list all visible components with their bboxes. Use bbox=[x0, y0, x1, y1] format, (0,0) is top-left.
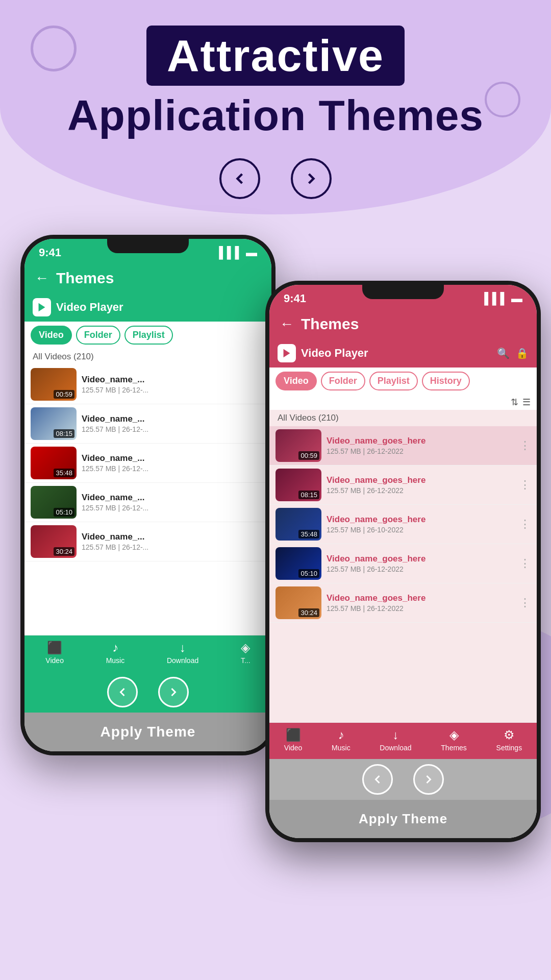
video-name-5-front: Video_name_goes_here bbox=[327, 593, 516, 603]
video-info-5-back: Video_name_... 125.57 MB | 26-12-... bbox=[82, 532, 265, 551]
time-front: 9:41 bbox=[284, 292, 306, 305]
battery-front: ▬ bbox=[511, 292, 522, 305]
tab-history-front[interactable]: History bbox=[422, 372, 470, 390]
signal-battery-back: ▌▌▌ ▬ bbox=[219, 246, 257, 259]
video-duration-1-front: 00:59 bbox=[298, 451, 319, 460]
nav-music-icon-back: ♪ bbox=[112, 641, 118, 655]
grid-icon-front[interactable]: ☰ bbox=[522, 397, 531, 408]
prev-arrow-front[interactable] bbox=[362, 764, 393, 795]
video-item-5-front[interactable]: 30:24 Video_name_goes_here 125.57 MB | 2… bbox=[269, 583, 537, 623]
title-sub: Application Themes bbox=[0, 91, 551, 140]
time-back: 9:41 bbox=[39, 246, 61, 259]
all-videos-label-back: All Videos (210) bbox=[24, 349, 271, 365]
brand-icon-back bbox=[33, 298, 51, 316]
back-arrow-front[interactable]: ← bbox=[280, 316, 294, 332]
video-name-4-front: Video_name_goes_here bbox=[327, 554, 516, 564]
tab-folder-back[interactable]: Folder bbox=[76, 326, 120, 345]
video-info-5-front: Video_name_goes_here 125.57 MB | 26-12-2… bbox=[327, 593, 516, 612]
phone-front-screen: 9:41 ▌▌▌ ▬ ← Themes Video Player bbox=[269, 285, 537, 838]
battery-back: ▬ bbox=[246, 246, 257, 259]
video-name-1-back: Video_name_... bbox=[82, 375, 265, 385]
video-info-2-back: Video_name_... 125.57 MB | 26-12-... bbox=[82, 414, 265, 433]
next-arrow-front[interactable] bbox=[413, 764, 444, 795]
all-videos-label-front: All Videos (210) bbox=[269, 410, 537, 426]
nav-arrows-bottom-front bbox=[269, 759, 537, 800]
nav-download-label-front: Download bbox=[380, 744, 411, 752]
video-meta-2-front: 125.57 MB | 26-12-2022 bbox=[327, 486, 516, 495]
nav-video-front[interactable]: ⬛ Video bbox=[284, 728, 303, 752]
video-name-5-back: Video_name_... bbox=[82, 532, 265, 542]
video-meta-4-back: 125.57 MB | 26-12-... bbox=[82, 504, 265, 512]
search-icon-front[interactable]: 🔍 bbox=[497, 347, 510, 359]
prev-arrow-top[interactable] bbox=[219, 158, 260, 199]
video-list-back: 00:59 Video_name_... 125.57 MB | 26-12-.… bbox=[24, 365, 271, 635]
video-item-4-back[interactable]: 05:10 Video_name_... 125.57 MB | 26-12-.… bbox=[24, 483, 271, 522]
video-meta-2-back: 125.57 MB | 26-12-... bbox=[82, 425, 265, 433]
sort-row-front: ⇅ ☰ bbox=[269, 395, 537, 410]
nav-settings-front[interactable]: ⚙ Settings bbox=[496, 728, 522, 752]
nav-download-back[interactable]: ↓ Download bbox=[167, 641, 198, 665]
nav-music-label-front: Music bbox=[332, 744, 350, 752]
video-item-2-front[interactable]: 08:15 Video_name_goes_here 125.57 MB | 2… bbox=[269, 465, 537, 505]
nav-download-label-back: Download bbox=[167, 656, 198, 665]
nav-themes-back[interactable]: ◈ T... bbox=[241, 641, 251, 665]
nav-download-front[interactable]: ↓ Download bbox=[380, 728, 411, 752]
video-more-2-front[interactable]: ⋮ bbox=[519, 478, 531, 492]
video-thumb-2-back: 08:15 bbox=[31, 407, 77, 440]
video-more-3-front[interactable]: ⋮ bbox=[519, 518, 531, 531]
video-item-2-back[interactable]: 08:15 Video_name_... 125.57 MB | 26-12-.… bbox=[24, 404, 271, 444]
all-videos-text-front: All Videos (210) bbox=[278, 413, 339, 423]
video-item-3-front[interactable]: 35:48 Video_name_goes_here 125.57 MB | 2… bbox=[269, 505, 537, 544]
next-arrow-back[interactable] bbox=[158, 677, 189, 707]
video-more-4-front[interactable]: ⋮ bbox=[519, 557, 531, 570]
nav-music-icon-front: ♪ bbox=[338, 728, 344, 742]
nav-themes-icon-front: ◈ bbox=[449, 728, 459, 742]
nav-themes-label-front: Themes bbox=[441, 744, 467, 752]
video-more-1-front[interactable]: ⋮ bbox=[519, 439, 531, 452]
video-item-1-front[interactable]: 00:59 Video_name_goes_here 125.57 MB | 2… bbox=[269, 426, 537, 465]
tab-video-back[interactable]: Video bbox=[31, 326, 72, 345]
video-item-3-back[interactable]: 35:48 Video_name_... 125.57 MB | 26-12-.… bbox=[24, 444, 271, 483]
apply-theme-btn-front[interactable]: Apply Theme bbox=[269, 800, 537, 838]
video-name-4-back: Video_name_... bbox=[82, 493, 265, 503]
bottom-nav-back: ⬛ Video ♪ Music ↓ Download ◈ T... bbox=[24, 635, 271, 672]
prev-arrow-back[interactable] bbox=[107, 677, 138, 707]
tab-row-front: Video Folder Playlist History bbox=[269, 368, 537, 395]
nav-video-icon-back: ⬛ bbox=[47, 641, 62, 655]
phone-back-notch bbox=[107, 239, 189, 253]
video-thumb-1-front: 00:59 bbox=[276, 429, 321, 462]
video-thumb-4-front: 05:10 bbox=[276, 547, 321, 580]
nav-video-icon-front: ⬛ bbox=[286, 728, 301, 742]
tab-video-front[interactable]: Video bbox=[276, 372, 317, 390]
apply-theme-btn-back[interactable]: Apply Theme bbox=[24, 713, 271, 751]
app-title-front: Themes bbox=[301, 315, 359, 333]
video-thumb-2-front: 08:15 bbox=[276, 469, 321, 501]
video-more-5-front[interactable]: ⋮ bbox=[519, 596, 531, 609]
sort-icon-front[interactable]: ⇅ bbox=[511, 397, 518, 408]
back-arrow-back[interactable]: ← bbox=[35, 270, 49, 286]
phone-back-inner: 9:41 ▌▌▌ ▬ ← Themes Video Player bbox=[24, 239, 271, 751]
video-duration-3-back: 35:48 bbox=[54, 469, 74, 477]
nav-video-back[interactable]: ⬛ Video bbox=[45, 641, 64, 665]
phone-front: 9:41 ▌▌▌ ▬ ← Themes Video Player bbox=[265, 281, 541, 842]
signal-front: ▌▌▌ bbox=[484, 292, 508, 305]
video-meta-1-front: 125.57 MB | 26-12-2022 bbox=[327, 447, 516, 455]
video-item-4-front[interactable]: 05:10 Video_name_goes_here 125.57 MB | 2… bbox=[269, 544, 537, 583]
phone-back-screen: 9:41 ▌▌▌ ▬ ← Themes Video Player bbox=[24, 239, 271, 751]
video-item-5-back[interactable]: 30:24 Video_name_... 125.57 MB | 26-12-.… bbox=[24, 522, 271, 561]
nav-music-back[interactable]: ♪ Music bbox=[106, 641, 125, 665]
video-thumb-3-front: 35:48 bbox=[276, 508, 321, 541]
video-meta-3-back: 125.57 MB | 26-12-... bbox=[82, 464, 265, 473]
tab-playlist-back[interactable]: Playlist bbox=[124, 326, 173, 345]
tab-folder-front[interactable]: Folder bbox=[321, 372, 365, 390]
lock-icon-front[interactable]: 🔒 bbox=[516, 347, 529, 359]
video-meta-4-front: 125.57 MB | 26-12-2022 bbox=[327, 565, 516, 573]
nav-music-front[interactable]: ♪ Music bbox=[332, 728, 350, 752]
video-item-1-back[interactable]: 00:59 Video_name_... 125.57 MB | 26-12-.… bbox=[24, 365, 271, 404]
title-attractive: Attractive bbox=[146, 26, 405, 86]
next-arrow-top[interactable] bbox=[291, 158, 332, 199]
nav-themes-front[interactable]: ◈ Themes bbox=[441, 728, 467, 752]
signal-back: ▌▌▌ bbox=[219, 246, 243, 259]
tab-playlist-front[interactable]: Playlist bbox=[369, 372, 418, 390]
video-thumb-1-back: 00:59 bbox=[31, 368, 77, 401]
